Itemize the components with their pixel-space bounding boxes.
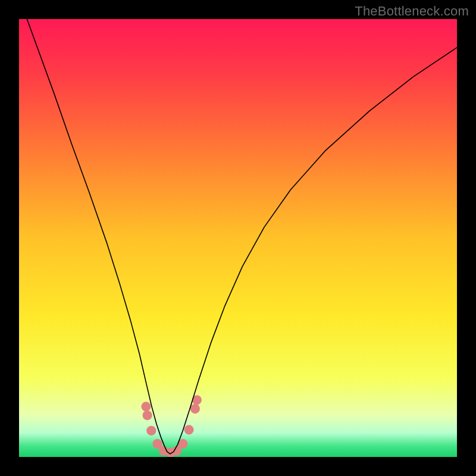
highlight-dot [141,402,151,411]
plot-area [19,19,457,457]
gradient-background [19,19,457,457]
source-watermark: TheBottleneck.com [355,4,469,19]
highlight-dot [143,411,152,420]
bottleneck-curve-svg [19,19,457,457]
chart-frame: TheBottleneck.com [0,0,476,476]
highlight-dot [190,404,200,414]
highlight-dot [184,425,193,434]
highlight-dot [146,426,156,436]
